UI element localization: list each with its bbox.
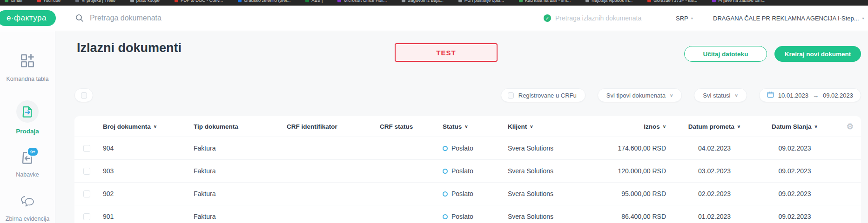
column-header-crfst[interactable]: CRF status [372, 123, 435, 130]
status-dot-icon [443, 214, 448, 219]
column-header-label: Klijent [508, 123, 527, 130]
sidebar-item-nabavke[interactable]: 9+ Nabavke [14, 151, 40, 179]
bookmark-label: Najbolja vipbook fri... [592, 0, 632, 3]
search-icon [75, 14, 84, 22]
column-header-crfid[interactable]: CRF identifikator [279, 123, 372, 130]
bookmark-label: ABS | [311, 0, 323, 3]
bookmark-label: Sagovori iz Baja... [408, 0, 444, 3]
language-dropdown[interactable]: SRP ▾ [676, 6, 693, 31]
table-row[interactable]: 903 Faktura Poslato Svera Solutions 120.… [74, 160, 861, 183]
cell-broj: 903 [95, 167, 186, 175]
cell-broj: 904 [95, 144, 186, 152]
sort-chevron-icon: ∨ [530, 124, 533, 128]
bookmark-item[interactable]: Gradsko zelenilo (prel... [238, 0, 290, 3]
app-header: е·фактура ✓ Pretraga izlaznih dokumenata… [0, 6, 868, 31]
bookmark-item[interactable]: prato koope [130, 0, 160, 3]
efaktura-logo[interactable]: е·фактура [0, 10, 56, 26]
column-header-dprom[interactable]: Datum prometa ∨ [673, 123, 756, 130]
bookmark-item[interactable]: Gmail [5, 0, 22, 3]
column-header-tip[interactable]: Tip dokumenta [186, 123, 279, 130]
document-type-filter[interactable]: Svi tipovi dokumenata ∨ [598, 88, 682, 102]
table-header-row: Broj dokumenta ∨ Tip dokumenta CRF ident… [74, 116, 861, 137]
column-header-label: Iznos [644, 123, 660, 130]
column-header-dslanja[interactable]: Datum Slanja ∨ [756, 123, 833, 130]
bookmark-item[interactable]: Vi projekti | Trello [75, 0, 115, 3]
row-checkbox[interactable] [83, 190, 90, 197]
column-header-klijent[interactable]: Klijent ∨ [500, 123, 603, 130]
bookmark-item[interactable]: PDF to DOC - Conv... [175, 0, 223, 3]
bookmark-label: PG i poslanje opšt... [464, 0, 504, 3]
table-body: 904 Faktura Poslato Svera Solutions 174.… [74, 137, 861, 223]
upload-file-button[interactable]: Učitaj datoteku [684, 46, 767, 62]
bookmark-item[interactable]: ABS | [305, 0, 323, 3]
select-all-checkbox[interactable] [81, 92, 87, 98]
bookmark-favicon [5, 0, 8, 2]
create-document-button[interactable]: Kreiraj novi dokument [774, 46, 861, 62]
cell-datum-slanja: 09.02.2023 [756, 167, 833, 175]
crf-registered-filter[interactable]: Registrovane u CRFu [501, 88, 585, 102]
chevron-down-icon: ∨ [735, 93, 738, 98]
bookmarks-row: Gmail YouTube Vi projekti | Trello prato… [5, 0, 766, 3]
bookmark-favicon [305, 0, 309, 2]
cell-klijent: Svera Solutions [500, 144, 603, 152]
bookmark-item[interactable]: Najbolja vipbook fri... [585, 0, 632, 3]
cell-datum-prometa: 01.02.2023 [673, 213, 756, 220]
sidebar-item-komandna-tabla[interactable]: Komandna tabla [4, 52, 50, 84]
bookmark-label: prato koope [136, 0, 160, 3]
bookmark-favicon [712, 0, 716, 2]
page-title: Izlazni dokumenti [77, 41, 182, 55]
sidebar-item-label: Nabavke [14, 171, 40, 179]
table-row[interactable]: 904 Faktura Poslato Svera Solutions 174.… [74, 137, 861, 160]
cell-tip: Faktura [186, 144, 279, 152]
language-label: SRP [676, 15, 688, 22]
dashboard-icon [19, 52, 36, 71]
sidebar-item-prodaja[interactable]: Prodaja [14, 100, 41, 137]
table-settings-cell: ⚙ [833, 123, 861, 131]
table-row[interactable]: 901 Faktura Poslato Svera Solutions 86.4… [74, 205, 861, 223]
sort-chevron-icon: ∨ [663, 124, 666, 128]
bookmark-item[interactable]: PG i poslanje opšt... [458, 0, 504, 3]
row-checkbox[interactable] [83, 168, 90, 175]
bookmark-item[interactable]: Microsoft Office Holi... [337, 0, 387, 3]
bookmark-item[interactable]: Gorazde i 373F - kal... [647, 0, 697, 3]
table-row[interactable]: 902 Faktura Poslato Svera Solutions 95.0… [74, 183, 861, 205]
select-all-checkbox-pill[interactable] [74, 88, 93, 102]
gear-icon[interactable]: ⚙ [847, 123, 854, 131]
status-filter-value: Svi statusi [703, 92, 730, 99]
column-header-status[interactable]: Status ∨ [435, 123, 500, 130]
cell-klijent: Svera Solutions [500, 213, 603, 220]
cell-status: Poslato [435, 144, 500, 152]
column-header-iznos[interactable]: Iznos ∨ [603, 123, 673, 130]
row-checkbox[interactable] [83, 213, 90, 220]
bookmark-item[interactable]: Sagovori iz Baja... [402, 0, 444, 3]
crf-checkbox[interactable] [508, 92, 514, 98]
sidebar-item-zbirna-evidencija[interactable]: Zbirna evidencija PDV-a [0, 195, 55, 223]
crf-filter-label: Registrovane u CRFu [518, 92, 577, 99]
date-to: 09.02.2023 [823, 92, 853, 99]
cell-iznos: 174.600,00 RSD [603, 144, 673, 152]
cell-tip: Faktura [186, 167, 279, 175]
chevron-down-icon: ▾ [862, 16, 864, 20]
bookmark-item[interactable]: YouTube [37, 0, 61, 3]
test-environment-badge: TEST [395, 43, 498, 62]
date-range-filter[interactable]: 10.01.2023 → 09.02.2023 [759, 88, 861, 102]
bookmark-label: Gradsko zelenilo (prel... [244, 0, 290, 3]
search-box [75, 6, 291, 31]
bookmark-label: Vi projekti | Trello [81, 0, 115, 3]
chevron-down-icon: ∨ [670, 93, 673, 98]
status-filter[interactable]: Svi statusi ∨ [694, 88, 747, 102]
bookmark-item[interactable]: Kad kafa na dan - sm... [519, 0, 571, 3]
cell-datum-slanja: 09.02.2023 [756, 190, 833, 197]
column-header-broj[interactable]: Broj dokumenta ∨ [95, 123, 186, 130]
cell-datum-prometa: 04.02.2023 [673, 144, 756, 152]
filters-row: Registrovane u CRFu Svi tipovi dokumenat… [55, 88, 861, 102]
document-type-value: Svi tipovi dokumenata [606, 92, 666, 99]
filter-pill-group: Registrovane u CRFu Svi tipovi dokumenat… [501, 88, 861, 102]
bookmark-favicon [402, 0, 405, 2]
row-checkbox[interactable] [83, 145, 90, 152]
search-input[interactable] [89, 13, 291, 23]
bookmark-label: Gmail [11, 0, 22, 3]
bookmark-item[interactable]: Prijave na zabavu Gm... [712, 0, 765, 3]
bookmark-label: YouTube [43, 0, 61, 3]
account-dropdown[interactable]: DRAGANA ČALE PR REKLAMNA AGENCIJA I-Step… [713, 6, 864, 31]
